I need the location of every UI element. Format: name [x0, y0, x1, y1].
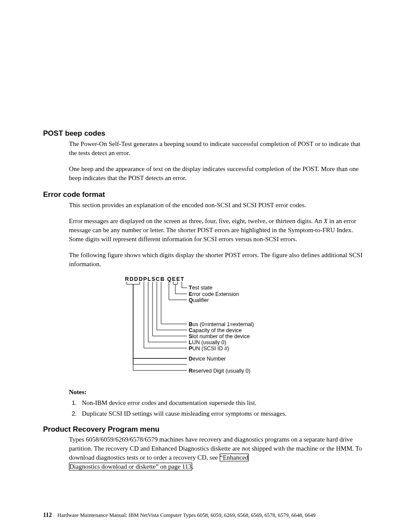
recovery-p1: Types 6058/6059/6269/6578/6579 machines … [69, 435, 368, 471]
section-heading-recovery: Product Recovery Program menu [43, 424, 368, 435]
error-p2-pre: Error messages are displayed on the scre… [69, 218, 324, 224]
error-code-diagram: RDDDPLSCB QEET [125, 276, 340, 383]
notes-heading: Notes: [69, 388, 368, 397]
page-number: 112 [43, 512, 52, 518]
error-p3: The following figure shows which digits … [69, 251, 368, 269]
enhanced-diagnostics-link[interactable]: “Enhanced [220, 454, 249, 461]
diag-label-q: Qualifier [189, 297, 209, 305]
error-p1: This section provides an explanation of … [69, 201, 368, 210]
post-p1: The Power-On Self-Test generates a beepi… [69, 140, 368, 158]
diag-label-p: PUN (SCSI ID #) [189, 345, 229, 353]
note-2: Duplicate SCSI ID settings will cause mi… [78, 409, 368, 418]
notes-list: Non-IBM device error codes and documenta… [69, 398, 368, 418]
note-1: Non-IBM device error codes and documenta… [78, 398, 368, 408]
error-p2: Error messages are displayed on the scre… [69, 217, 368, 244]
page-footer: 112 Hardware Maintenance Manual: IBM Net… [43, 511, 383, 520]
recovery-p1-post: . [192, 463, 194, 470]
recovery-p1-pre: Types 6058/6059/6269/6578/6579 machines … [69, 436, 362, 461]
section-heading-error: Error code format [43, 190, 368, 200]
diag-label-d: Device Number [189, 355, 226, 363]
diagram-connector-lines [125, 276, 198, 383]
diag-label-r: Reserved Digit (usually 0) [189, 367, 250, 375]
section-heading-post: POST beep codes [43, 128, 368, 139]
enhanced-diagnostics-link-cont[interactable]: Diagnostics download or diskette” on pag… [69, 463, 192, 470]
post-p2: One beep and the appearance of text on t… [69, 165, 368, 183]
footer-text: Hardware Maintenance Manual: IBM NetVist… [57, 512, 315, 518]
